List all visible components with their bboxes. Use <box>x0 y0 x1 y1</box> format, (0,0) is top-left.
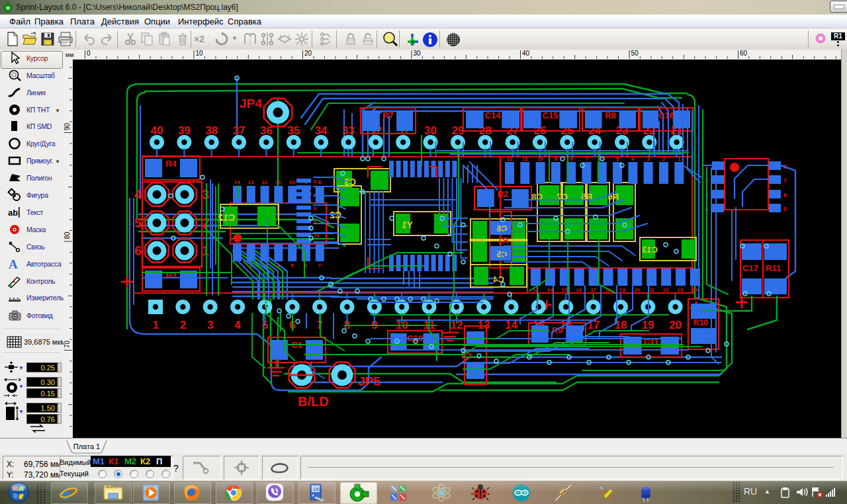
svg-text:4: 4 <box>234 319 241 331</box>
svg-text:4: 4 <box>631 156 635 162</box>
svg-text:2: 2 <box>314 179 316 184</box>
svg-text:24: 24 <box>691 287 697 293</box>
svg-text:0: 0 <box>87 50 91 57</box>
svg-text:40: 40 <box>151 124 163 137</box>
svg-text:4: 4 <box>134 187 142 202</box>
svg-text:29: 29 <box>451 124 464 137</box>
svg-text:R2: R2 <box>498 189 509 199</box>
svg-text:JP4: JP4 <box>240 97 262 110</box>
svg-text:1: 1 <box>678 156 681 162</box>
svg-text:2: 2 <box>662 156 666 162</box>
svg-text:3: 3 <box>202 187 209 202</box>
svg-text:C16: C16 <box>658 110 674 120</box>
svg-text:20: 20 <box>304 50 312 57</box>
svg-text:1: 1 <box>202 243 209 258</box>
svg-text:4: 4 <box>314 192 316 197</box>
svg-text:7: 7 <box>585 156 588 162</box>
svg-text:5: 5 <box>616 156 619 162</box>
svg-text:10: 10 <box>314 233 319 238</box>
svg-text:8: 8 <box>318 179 322 185</box>
svg-text:15: 15 <box>561 287 567 293</box>
svg-text:23: 23 <box>678 287 684 293</box>
svg-text:10: 10 <box>196 50 204 57</box>
svg-text:50: 50 <box>631 50 639 57</box>
svg-text:10: 10 <box>289 179 295 185</box>
svg-text:21: 21 <box>648 287 654 293</box>
svg-text:C17: C17 <box>742 263 758 273</box>
svg-text:5: 5 <box>783 206 787 212</box>
svg-text:39: 39 <box>178 124 191 137</box>
svg-text:7: 7 <box>783 177 787 184</box>
svg-text:5: 5 <box>290 263 294 269</box>
svg-text:C14: C14 <box>485 110 502 120</box>
svg-text:19: 19 <box>642 319 654 331</box>
svg-text:80: 80 <box>64 231 71 239</box>
svg-text:R11: R11 <box>766 263 781 273</box>
svg-text:ab: ab <box>8 208 18 218</box>
svg-text:12: 12 <box>261 179 267 185</box>
svg-text:14: 14 <box>234 179 240 185</box>
svg-text:C15: C15 <box>543 110 558 120</box>
svg-text:6: 6 <box>314 206 316 211</box>
svg-text:Y1: Y1 <box>402 220 413 230</box>
svg-text:33: 33 <box>342 124 355 137</box>
svg-text:4: 4 <box>277 263 280 269</box>
svg-text:9: 9 <box>555 156 558 162</box>
svg-text:60: 60 <box>740 50 748 57</box>
svg-text:JP5: JP5 <box>358 374 380 388</box>
svg-text:6: 6 <box>134 243 142 258</box>
svg-text:13: 13 <box>247 179 253 185</box>
svg-text:19: 19 <box>619 287 625 293</box>
svg-text:5: 5 <box>134 216 142 230</box>
svg-text:R8: R8 <box>605 110 616 120</box>
svg-text:10: 10 <box>537 156 543 162</box>
svg-text:30: 30 <box>414 50 422 57</box>
svg-text:C12: C12 <box>218 212 235 223</box>
svg-text:37: 37 <box>233 124 245 137</box>
svg-text:1: 1 <box>152 319 158 331</box>
svg-text:R1: R1 <box>498 236 508 245</box>
svg-text:3: 3 <box>207 319 213 331</box>
svg-text:101: 101 <box>313 487 322 492</box>
svg-text:R4: R4 <box>165 159 177 169</box>
svg-text:7: 7 <box>318 263 322 269</box>
svg-text:22: 22 <box>663 287 669 293</box>
svg-text:16: 16 <box>576 287 582 293</box>
svg-text:Плата 1: Плата 1 <box>73 442 100 450</box>
svg-text:20: 20 <box>669 319 682 331</box>
svg-text:30: 30 <box>424 124 437 137</box>
svg-text:C13: C13 <box>642 245 658 255</box>
svg-text:A: A <box>9 257 18 271</box>
svg-text:70: 70 <box>64 340 71 348</box>
svg-text:6: 6 <box>783 192 787 198</box>
svg-text:20: 20 <box>634 287 640 293</box>
svg-text:38: 38 <box>205 124 218 137</box>
svg-text:R10: R10 <box>693 318 708 327</box>
svg-text:12: 12 <box>507 156 513 162</box>
svg-text:40: 40 <box>522 50 530 57</box>
svg-text:R7: R7 <box>382 110 394 120</box>
svg-text:35: 35 <box>287 124 300 137</box>
svg-text:34: 34 <box>315 124 328 137</box>
svg-text:11: 11 <box>522 156 528 162</box>
svg-text:17: 17 <box>590 287 596 293</box>
svg-text:B/LD: B/LD <box>298 394 329 409</box>
svg-text:мм: мм <box>66 52 73 58</box>
svg-text:2: 2 <box>180 319 186 331</box>
svg-text:11: 11 <box>275 179 281 185</box>
svg-text:90: 90 <box>64 122 71 130</box>
svg-text:14: 14 <box>547 287 553 293</box>
